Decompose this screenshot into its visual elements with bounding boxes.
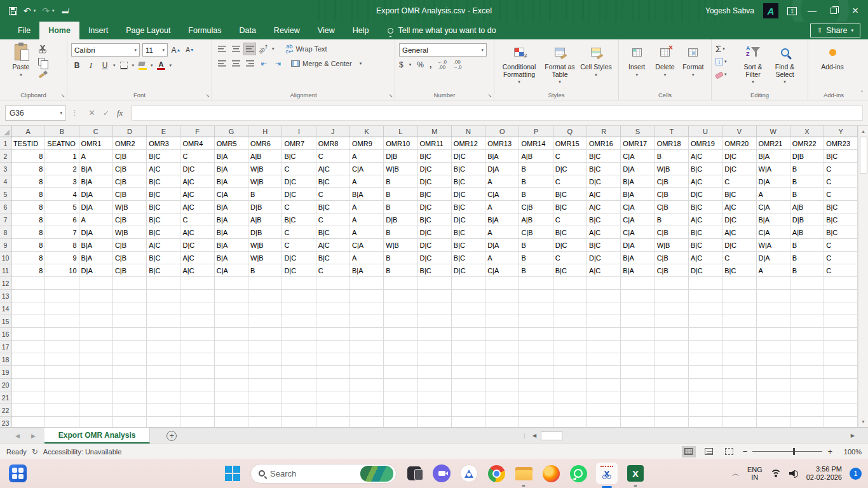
cell-P8[interactable]: C|B (519, 226, 553, 239)
zoom-slider-thumb[interactable] (793, 448, 795, 455)
cell-F6[interactable]: A|C (180, 201, 214, 214)
cell-I6[interactable]: C (282, 201, 316, 214)
column-header-x[interactable]: X (790, 126, 824, 137)
cell-N22[interactable] (452, 404, 485, 417)
cell-T6[interactable]: C|B (655, 201, 689, 214)
underline-caret-icon[interactable]: ▾ (113, 63, 116, 68)
cell-K10[interactable]: A (350, 252, 384, 264)
cell-D20[interactable] (113, 379, 147, 391)
cell-E2[interactable]: B|C (147, 150, 180, 163)
font-family-select[interactable]: Calibri▾ (71, 43, 140, 57)
cell-L13[interactable] (384, 290, 417, 302)
number-format-select[interactable]: General▾ (399, 43, 487, 57)
column-header-d[interactable]: D (113, 126, 147, 137)
cell-A1[interactable]: TESTID (11, 137, 45, 150)
cell-A22[interactable] (11, 404, 45, 417)
cell-D5[interactable]: C|B (113, 188, 147, 201)
cell-C15[interactable] (79, 315, 113, 328)
cell-P17[interactable] (519, 341, 553, 353)
tab-data[interactable]: Data (230, 22, 264, 39)
cell-S9[interactable]: D|A (621, 239, 654, 252)
cell-B3[interactable]: 2 (45, 163, 79, 175)
clear-button[interactable]: ▾ (715, 69, 737, 79)
cell-Y11[interactable]: C (824, 264, 858, 277)
cell-N10[interactable]: B|C (452, 252, 485, 264)
cell-R13[interactable] (587, 290, 621, 302)
cell-M14[interactable] (418, 302, 452, 315)
cell-G10[interactable]: B|A (215, 252, 248, 264)
cell-N17[interactable] (452, 341, 485, 353)
cell-S20[interactable] (621, 379, 654, 391)
cell-X3[interactable]: B (790, 163, 824, 175)
cell-O16[interactable] (485, 328, 519, 341)
cell-O1[interactable]: OMR13 (485, 137, 519, 150)
cell-L10[interactable]: B (384, 252, 417, 264)
cell-B21[interactable] (45, 391, 79, 404)
wifi-icon[interactable] (770, 470, 782, 478)
borders-button[interactable] (118, 60, 130, 71)
cell-N6[interactable]: B|C (452, 201, 485, 214)
cell-G15[interactable] (215, 315, 248, 328)
cell-M7[interactable]: B|C (418, 214, 452, 226)
cell-C13[interactable] (79, 290, 113, 302)
cell-H20[interactable] (248, 379, 282, 391)
column-header-e[interactable]: E (147, 126, 180, 137)
cell-U16[interactable] (689, 328, 722, 341)
cell-I11[interactable]: D|C (282, 264, 316, 277)
cell-I20[interactable] (282, 379, 316, 391)
decrease-decimal-button[interactable]: .00→.0 (452, 60, 462, 70)
cell-T3[interactable]: W|B (655, 163, 689, 175)
cell-T20[interactable] (655, 379, 689, 391)
cell-F10[interactable]: A|C (180, 252, 214, 264)
cell-Y6[interactable]: B|C (824, 201, 858, 214)
vertical-scroll-thumb[interactable] (860, 137, 867, 173)
cell-F22[interactable] (180, 404, 214, 417)
cell-H10[interactable]: W|B (248, 252, 282, 264)
cell-P6[interactable]: C|B (519, 201, 553, 214)
cell-K3[interactable]: C|A (350, 163, 384, 175)
borders-caret-icon[interactable]: ▾ (132, 63, 135, 68)
column-header-o[interactable]: O (485, 126, 519, 137)
cell-S23[interactable] (621, 417, 654, 427)
cell-A2[interactable]: 8 (11, 150, 45, 163)
cell-W11[interactable]: A (757, 264, 790, 277)
cell-I17[interactable] (282, 341, 316, 353)
formula-bar-drag-handle[interactable]: ⋮ (70, 109, 79, 117)
cell-K11[interactable]: B|A (350, 264, 384, 277)
cell-T2[interactable]: B (655, 150, 689, 163)
scrollbar-resize-handle[interactable]: ⋮ (522, 433, 528, 439)
cell-E9[interactable]: A|C (147, 239, 180, 252)
cell-J9[interactable]: A|C (316, 239, 350, 252)
cell-G20[interactable] (215, 379, 248, 391)
cell-W16[interactable] (757, 328, 790, 341)
firefox-icon[interactable] (541, 464, 560, 483)
cell-A10[interactable]: 8 (11, 252, 45, 264)
cell-Y19[interactable] (824, 366, 858, 379)
cell-R2[interactable]: B|C (587, 150, 621, 163)
cell-V8[interactable]: A|C (722, 226, 756, 239)
customize-qat-icon[interactable]: ▬̸ (62, 8, 68, 15)
cell-U10[interactable]: A|C (689, 252, 722, 264)
cell-S13[interactable] (621, 290, 654, 302)
cell-J13[interactable] (316, 290, 350, 302)
confirm-entry-icon[interactable]: ✓ (103, 109, 109, 118)
cell-P16[interactable] (519, 328, 553, 341)
cell-G12[interactable] (215, 277, 248, 290)
cell-P15[interactable] (519, 315, 553, 328)
cell-F8[interactable]: A|C (180, 226, 214, 239)
cell-V20[interactable] (722, 379, 756, 391)
column-header-c[interactable]: C (79, 126, 113, 137)
align-center-button[interactable] (230, 58, 241, 69)
cell-E1[interactable]: OMR3 (147, 137, 180, 150)
cell-A11[interactable]: 8 (11, 264, 45, 277)
cell-R16[interactable] (587, 328, 621, 341)
cell-V22[interactable] (722, 404, 756, 417)
cell-L21[interactable] (384, 391, 417, 404)
cell-B9[interactable]: 8 (45, 239, 79, 252)
cell-C2[interactable]: A (79, 150, 113, 163)
cell-A13[interactable] (11, 290, 45, 302)
cell-E11[interactable]: B|C (147, 264, 180, 277)
cell-J14[interactable] (316, 302, 350, 315)
format-cells-button[interactable]: Format ▾ (679, 43, 707, 78)
cell-V17[interactable] (722, 341, 756, 353)
